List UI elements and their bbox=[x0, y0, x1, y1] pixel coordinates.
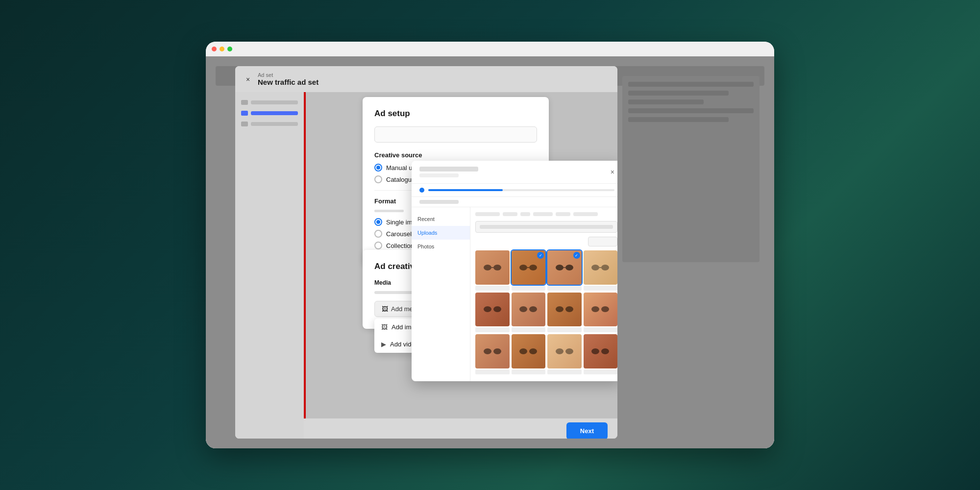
browser-dot-minimize[interactable] bbox=[220, 47, 224, 51]
image-label bbox=[547, 286, 582, 291]
close-button[interactable]: × bbox=[243, 74, 253, 84]
image-thumb-11[interactable] bbox=[547, 334, 582, 368]
svg-point-21 bbox=[493, 348, 501, 354]
thumb-inner bbox=[584, 250, 618, 285]
svg-point-13 bbox=[493, 306, 501, 312]
image-thumb-2[interactable]: ✓ bbox=[512, 250, 546, 285]
next-button[interactable]: Next bbox=[566, 422, 608, 439]
browser-dot-maximize[interactable] bbox=[227, 47, 232, 51]
radio-catalogue-label: Catalogue bbox=[386, 176, 415, 183]
toolbar-item bbox=[533, 212, 553, 216]
thumb-inner bbox=[584, 293, 618, 327]
sunglasses-icon bbox=[518, 346, 538, 356]
image-thumb-container bbox=[584, 293, 618, 333]
svg-point-12 bbox=[484, 306, 491, 312]
picker-header: × bbox=[412, 161, 617, 184]
radio-single-circle bbox=[374, 218, 382, 226]
sidebar-item bbox=[241, 122, 298, 126]
image-label bbox=[547, 369, 582, 374]
sidebar-text bbox=[251, 122, 298, 126]
thumb-inner bbox=[475, 250, 510, 285]
sunglasses-icon bbox=[555, 263, 574, 272]
browser-dot-close[interactable] bbox=[212, 47, 217, 51]
sidebar-icon bbox=[241, 100, 248, 105]
sunglasses-icon bbox=[590, 263, 610, 272]
ad-name-input[interactable] bbox=[374, 126, 537, 143]
svg-point-26 bbox=[591, 348, 599, 354]
sidebar-text bbox=[251, 100, 298, 104]
status-bar bbox=[419, 200, 459, 204]
picker-filter-button[interactable] bbox=[588, 237, 617, 246]
image-thumb-container bbox=[475, 293, 510, 333]
sidebar-item bbox=[241, 111, 298, 116]
image-thumb-4[interactable] bbox=[584, 250, 618, 285]
radio-collection-circle bbox=[374, 242, 382, 249]
ad-set-panel: × Ad set New traffic ad set bbox=[235, 66, 617, 439]
svg-point-22 bbox=[519, 348, 527, 354]
svg-point-0 bbox=[484, 265, 491, 270]
image-thumb-container: ✓ bbox=[512, 250, 546, 291]
picker-subtitle-bar bbox=[419, 173, 459, 177]
image-thumb-7[interactable] bbox=[547, 293, 582, 327]
sunglasses-icon bbox=[518, 304, 538, 314]
picker-sidebar-item-photos[interactable]: Photos bbox=[412, 240, 470, 253]
thumb-check: ✓ bbox=[537, 252, 544, 259]
svg-point-10 bbox=[601, 265, 609, 270]
image-label bbox=[475, 369, 510, 374]
picker-title-bar bbox=[419, 167, 478, 172]
sidebar-icon-active bbox=[241, 111, 248, 116]
picker-sidebar-item-recent[interactable]: Recent bbox=[412, 212, 470, 226]
toolbar-item bbox=[475, 212, 500, 216]
picker-search-text bbox=[480, 225, 613, 229]
sunglasses-icon bbox=[555, 346, 574, 356]
svg-point-20 bbox=[484, 348, 491, 354]
image-label bbox=[512, 369, 546, 374]
radio-carousel-circle bbox=[374, 230, 382, 238]
image-thumb-3[interactable]: ✓ bbox=[547, 250, 582, 285]
picker-close-button[interactable]: × bbox=[611, 168, 614, 176]
svg-point-15 bbox=[529, 306, 537, 312]
svg-point-7 bbox=[565, 265, 573, 270]
panel-sidebar bbox=[235, 92, 304, 439]
picker-search[interactable] bbox=[475, 221, 617, 233]
add-video-icon: ▶ bbox=[381, 341, 386, 348]
image-thumb-container bbox=[547, 293, 582, 333]
picker-header-left bbox=[419, 167, 478, 177]
format-bar bbox=[374, 210, 404, 212]
svg-point-1 bbox=[493, 265, 501, 270]
image-thumb-container: ✓ bbox=[547, 250, 582, 291]
image-thumb-5[interactable] bbox=[475, 293, 510, 327]
picker-main: ✓ bbox=[470, 207, 617, 381]
image-thumb-10[interactable] bbox=[512, 334, 546, 368]
thumb-inner bbox=[475, 334, 510, 368]
svg-point-6 bbox=[556, 265, 564, 270]
svg-point-27 bbox=[601, 348, 609, 354]
red-accent bbox=[304, 92, 306, 439]
picker-status-row bbox=[412, 197, 617, 207]
image-thumb-container bbox=[584, 334, 618, 374]
image-thumb-6[interactable] bbox=[512, 293, 546, 327]
svg-point-25 bbox=[565, 348, 573, 354]
image-thumb-1[interactable] bbox=[475, 250, 510, 285]
svg-point-14 bbox=[519, 306, 527, 312]
radio-catalogue-circle bbox=[374, 175, 382, 183]
image-picker-modal: × bbox=[412, 161, 617, 381]
picker-sidebar-item-uploads[interactable]: Uploads bbox=[412, 226, 470, 240]
outer-card: × Ad set New traffic ad set bbox=[206, 42, 774, 448]
thumb-inner bbox=[547, 293, 582, 327]
creative-source-label: Creative source bbox=[374, 151, 537, 159]
thumb-inner bbox=[512, 293, 546, 327]
image-thumb-12[interactable] bbox=[584, 334, 618, 368]
ad-set-title: New traffic ad set bbox=[258, 78, 318, 86]
toolbar-item bbox=[556, 212, 570, 216]
sunglasses-icon bbox=[590, 346, 610, 356]
media-subtitle-bar bbox=[374, 291, 414, 294]
image-thumb-9[interactable] bbox=[475, 334, 510, 368]
image-label bbox=[512, 327, 546, 332]
image-thumb-8[interactable] bbox=[584, 293, 618, 327]
panel-body: Ad setup Creative source Manual upload C… bbox=[235, 92, 617, 439]
svg-point-16 bbox=[556, 306, 564, 312]
panel-main: Ad setup Creative source Manual upload C… bbox=[304, 92, 617, 439]
image-label bbox=[584, 327, 618, 332]
sunglasses-icon bbox=[518, 263, 538, 272]
